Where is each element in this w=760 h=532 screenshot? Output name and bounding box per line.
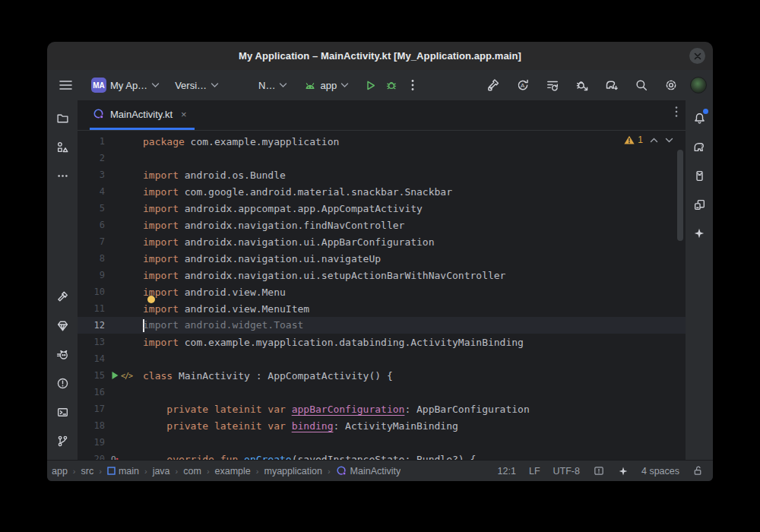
related-xml-icon[interactable]: </> bbox=[121, 371, 132, 381]
code-line-4[interactable]: 4import com.google.android.material.snac… bbox=[78, 183, 686, 200]
line-number: 6 bbox=[78, 220, 105, 230]
code-line-10[interactable]: 10import android.view.Menu bbox=[78, 283, 686, 300]
window-title: My Application – MainActivity.kt [My_App… bbox=[239, 50, 521, 62]
tab-mainactivity[interactable]: MainActivity.kt × bbox=[90, 100, 195, 130]
status-lf[interactable]: LF bbox=[529, 466, 540, 477]
breadcrumb-label: app bbox=[52, 466, 68, 477]
notification-dot bbox=[703, 109, 708, 114]
breadcrumb-com[interactable]: com bbox=[183, 466, 201, 477]
code-line-7[interactable]: 7import androidx.navigation.ui.AppBarCon… bbox=[78, 233, 686, 250]
status-4-spaces[interactable]: 4 spaces bbox=[641, 466, 679, 477]
code-line-19[interactable]: 19 bbox=[78, 434, 686, 451]
source-root-icon bbox=[107, 467, 116, 475]
toolwindow-resource-manager[interactable] bbox=[51, 135, 74, 158]
run-configuration-selector[interactable]: app bbox=[299, 77, 353, 94]
code-line-6[interactable]: 6import androidx.navigation.findNavContr… bbox=[78, 217, 686, 233]
reader-mode-icon[interactable] bbox=[593, 465, 605, 477]
toolwindow-version-control[interactable] bbox=[51, 429, 74, 452]
code-line-8[interactable]: 8import androidx.navigation.ui.navigateU… bbox=[78, 250, 686, 267]
toolwindow-more-toolwindows[interactable] bbox=[51, 164, 74, 187]
status-indicators: 12:1LFUTF-84 spaces bbox=[498, 465, 704, 477]
toolwindow-app-quality-insights[interactable] bbox=[51, 314, 74, 337]
toolwindow-gradle-elephant[interactable] bbox=[688, 135, 711, 158]
breadcrumb-main[interactable]: main bbox=[107, 466, 139, 477]
project-widget[interactable]: MA My Ap… bbox=[87, 74, 164, 96]
gemini-sparkle-icon bbox=[693, 227, 705, 239]
code-line-13[interactable]: 13import com.example.myapplication.datab… bbox=[78, 334, 686, 350]
main-menu-button[interactable] bbox=[55, 74, 76, 96]
code-line-14[interactable]: 14 bbox=[78, 350, 686, 367]
breadcrumb-src[interactable]: src bbox=[81, 466, 94, 477]
title-bar[interactable]: My Application – MainActivity.kt [My_App… bbox=[47, 42, 713, 70]
toolwindow-build-toolwindow[interactable] bbox=[51, 285, 74, 308]
settings-button[interactable] bbox=[660, 74, 682, 96]
toolwindow-logcat[interactable] bbox=[51, 343, 74, 366]
run-gutter-icon[interactable] bbox=[111, 371, 119, 380]
code-line-2[interactable]: 2 bbox=[78, 150, 686, 166]
line-number: 14 bbox=[78, 353, 105, 364]
editor-scrollbar[interactable] bbox=[677, 150, 683, 241]
chevron-up-icon[interactable] bbox=[650, 138, 658, 143]
code-text: package com.example.myapplication bbox=[143, 136, 339, 147]
inspection-widget[interactable]: 1 bbox=[624, 135, 673, 145]
code-line-17[interactable]: 17 private lateinit var appBarConfigurat… bbox=[78, 401, 686, 417]
vcs-widget[interactable]: Versi… bbox=[170, 77, 223, 94]
code-line-11[interactable]: 11import android.view.MenuItem bbox=[78, 300, 686, 317]
warning-triangle-icon bbox=[624, 135, 635, 144]
run-button[interactable] bbox=[359, 74, 381, 96]
toolwindow-running-devices[interactable] bbox=[688, 164, 711, 187]
status-12-1[interactable]: 12:1 bbox=[498, 466, 516, 477]
toolwindow-problems[interactable] bbox=[51, 372, 74, 394]
debug-button[interactable] bbox=[381, 74, 402, 96]
line-number: 11 bbox=[78, 303, 105, 314]
gradle-elephant-icon bbox=[692, 141, 706, 154]
breadcrumb-myapplication[interactable]: myapplication bbox=[264, 466, 321, 477]
breadcrumb-example[interactable]: example bbox=[215, 466, 251, 477]
sparkle-icon[interactable] bbox=[618, 466, 629, 477]
code-line-12[interactable]: 12import android.widget.Toast bbox=[78, 317, 686, 334]
code-line-1[interactable]: 1package com.example.myapplication bbox=[78, 133, 686, 150]
line-number: 3 bbox=[78, 169, 105, 180]
line-number: 15 bbox=[78, 370, 105, 381]
override-gutter-icon[interactable]: O↑ bbox=[111, 454, 119, 461]
code-text: import com.example.myapplication.databin… bbox=[143, 337, 524, 348]
search-button[interactable] bbox=[631, 74, 652, 96]
close-button[interactable] bbox=[689, 48, 705, 64]
avatar[interactable] bbox=[690, 77, 707, 93]
gutter[interactable]: O↑ bbox=[105, 454, 143, 461]
toolwindow-notifications-bell[interactable] bbox=[688, 106, 711, 129]
toolwindow-terminal[interactable] bbox=[51, 401, 74, 423]
code-line-18[interactable]: 18 private lateinit var binding: Activit… bbox=[78, 417, 686, 434]
profiler-button[interactable] bbox=[542, 74, 563, 96]
unlocked-icon[interactable] bbox=[692, 465, 704, 477]
code-line-5[interactable]: 5import androidx.appcompat.app.AppCompat… bbox=[78, 200, 686, 217]
toolwindow-gemini-sparkle[interactable] bbox=[688, 222, 711, 245]
device-selector[interactable]: N… bbox=[254, 77, 292, 94]
tab-options-button[interactable] bbox=[675, 106, 678, 118]
tab-close-icon[interactable]: × bbox=[181, 109, 187, 120]
gutter[interactable]: </> bbox=[105, 371, 143, 381]
code-line-16[interactable]: 16 bbox=[78, 384, 686, 401]
intention-bulb-icon[interactable] bbox=[147, 296, 155, 303]
build-button[interactable] bbox=[483, 74, 504, 96]
code-line-9[interactable]: 9import androidx.navigation.ui.setupActi… bbox=[78, 267, 686, 283]
code-line-20[interactable]: 20O↑ override fun onCreate(savedInstance… bbox=[78, 451, 686, 460]
editor-column: MainActivity.kt × 1package com.example.m… bbox=[78, 100, 686, 460]
chevron-down-icon[interactable] bbox=[665, 138, 673, 143]
breadcrumb-java[interactable]: java bbox=[153, 466, 170, 477]
more-actions-button[interactable] bbox=[402, 74, 423, 96]
code-line-15[interactable]: 15</>class MainActivity : AppCompatActiv… bbox=[78, 367, 686, 384]
code-editor[interactable]: 1package com.example.myapplication23impo… bbox=[78, 131, 686, 460]
gradle-sync-button[interactable] bbox=[601, 74, 622, 96]
breadcrumb-app[interactable]: app bbox=[52, 466, 68, 477]
status-utf-8[interactable]: UTF-8 bbox=[553, 466, 580, 477]
code-line-3[interactable]: 3import android.os.Bundle bbox=[78, 166, 686, 183]
toolwindow-device-manager[interactable] bbox=[688, 193, 711, 216]
breadcrumb-label: src bbox=[81, 466, 94, 477]
toolwindow-project-folder[interactable] bbox=[51, 106, 74, 129]
build-toolwindow-icon bbox=[56, 290, 69, 303]
attach-debugger-button[interactable] bbox=[572, 74, 593, 96]
desktop-background: My Application – MainActivity.kt [My_App… bbox=[0, 0, 760, 532]
breadcrumb-mainactivity[interactable]: MainActivity bbox=[336, 465, 401, 477]
sync-ide-button[interactable]: A bbox=[512, 74, 534, 96]
